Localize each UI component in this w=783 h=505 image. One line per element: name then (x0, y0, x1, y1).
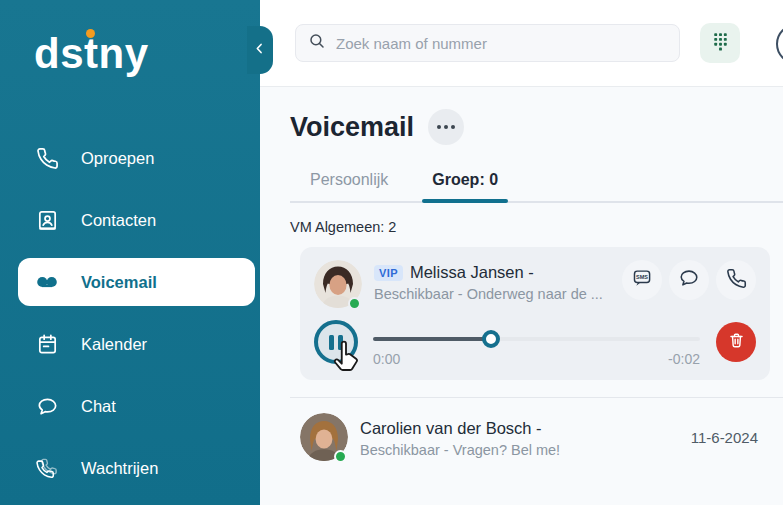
dialpad-icon (711, 30, 730, 57)
sidebar-item-label: Oproepen (81, 149, 154, 168)
remaining-time: -0:02 (668, 351, 700, 367)
call-queues-icon (35, 456, 59, 480)
sidebar-item-contacten[interactable]: Contacten (18, 196, 255, 244)
list-divider (290, 397, 783, 398)
player-slider-area: 0:00 -0:02 (373, 320, 700, 367)
sidebar-collapse-button[interactable] (247, 26, 273, 74)
trash-icon (727, 331, 746, 354)
topbar (260, 0, 783, 87)
player-seek-bar[interactable] (373, 337, 700, 341)
voicemail-icon (35, 270, 59, 294)
main-area: Voicemail Persoonlijk Groep: 0 VM Algeme… (260, 0, 783, 505)
logo-text-end: ny (99, 30, 149, 77)
voicemail-tabs: Persoonlijk Groep: 0 (290, 171, 783, 203)
svg-text:SMS: SMS (636, 274, 648, 280)
tab-persoonlijk[interactable]: Persoonlijk (310, 171, 388, 201)
tab-groep[interactable]: Groep: 0 (432, 171, 498, 201)
more-options-button[interactable] (428, 109, 464, 145)
dialpad-button[interactable] (700, 23, 740, 63)
delete-voicemail-button[interactable] (716, 322, 756, 362)
voicemail-info: VIP Melissa Jansen - Beschikbaar - Onder… (374, 260, 603, 302)
sidebar-item-label: Voicemail (81, 273, 157, 292)
avatar (300, 413, 348, 461)
logo-text: ds (34, 30, 84, 77)
contact-status-text: Beschikbaar - Onderweg naar de ... (374, 286, 603, 302)
contacts-icon (35, 208, 59, 232)
player-times: 0:00 -0:02 (373, 351, 700, 367)
contact-name: Carolien van der Bosch - (360, 419, 542, 438)
sidebar-item-chat[interactable]: Chat (18, 382, 255, 430)
contact-name: Melissa Jansen - (410, 263, 534, 282)
sidebar-item-label: Wachtrijen (81, 459, 158, 478)
phone-icon (726, 268, 747, 293)
player-seek-thumb[interactable] (482, 330, 500, 348)
mouse-cursor-pointer (329, 339, 363, 373)
pause-button[interactable] (314, 320, 358, 364)
pause-icon (329, 335, 334, 350)
search-input[interactable] (336, 35, 667, 52)
chat-bubble-icon (35, 394, 59, 418)
phone-icon (35, 146, 59, 170)
sidebar-item-label: Chat (81, 397, 116, 416)
player-progress-fill (373, 337, 491, 341)
voicemail-info: Carolien van der Bosch - Beschikbaar - V… (360, 416, 560, 458)
voicemail-date: 11-6-2024 (691, 429, 770, 446)
logo-text-t: t (84, 30, 99, 77)
voicemail-page: Voicemail Persoonlijk Groep: 0 VM Algeme… (260, 87, 783, 505)
online-status-dot (348, 297, 361, 310)
sidebar-item-oproepen[interactable]: Oproepen (18, 134, 255, 182)
contact-actions: SMS (622, 260, 756, 300)
sidebar-item-label: Kalender (81, 335, 147, 354)
voicemail-list-item[interactable]: Carolien van der Bosch - Beschikbaar - V… (300, 413, 770, 461)
group-section-label: VM Algemeen: 2 (290, 219, 783, 235)
chat-button[interactable] (669, 260, 709, 300)
sms-icon: SMS (631, 267, 653, 293)
call-button[interactable] (716, 260, 756, 300)
voicemail-player: 0:00 -0:02 (314, 320, 756, 367)
contact-status-text: Beschikbaar - Vragen? Bel me! (360, 442, 560, 458)
online-status-dot (334, 450, 347, 463)
calendar-icon (35, 332, 59, 356)
voicemail-card: VIP Melissa Jansen - Beschikbaar - Onder… (300, 247, 770, 380)
brand-logo: dstny (34, 30, 149, 78)
sidebar-nav: Oproepen Contacten Voicemail Kalender (0, 134, 260, 492)
user-profile-avatar[interactable] (776, 24, 783, 64)
search-icon (308, 32, 326, 54)
app-window: dstny Oproepen Contacten (0, 0, 783, 505)
sidebar-item-label: Contacten (81, 211, 156, 230)
send-sms-button[interactable]: SMS (622, 260, 662, 300)
vip-badge: VIP (374, 265, 403, 281)
search-box (295, 24, 680, 62)
page-heading-row: Voicemail (290, 109, 783, 145)
chat-bubble-icon (678, 267, 700, 293)
page-title: Voicemail (290, 112, 414, 143)
chevron-left-icon (252, 41, 267, 60)
voicemail-card-header: VIP Melissa Jansen - Beschikbaar - Onder… (314, 260, 756, 308)
ellipsis-icon (437, 125, 441, 129)
sidebar: dstny Oproepen Contacten (0, 0, 260, 505)
sidebar-item-kalender[interactable]: Kalender (18, 320, 255, 368)
sidebar-item-wachtrijen[interactable]: Wachtrijen (18, 444, 255, 492)
avatar (314, 260, 362, 308)
elapsed-time: 0:00 (373, 351, 400, 367)
sidebar-item-voicemail[interactable]: Voicemail (18, 258, 255, 306)
